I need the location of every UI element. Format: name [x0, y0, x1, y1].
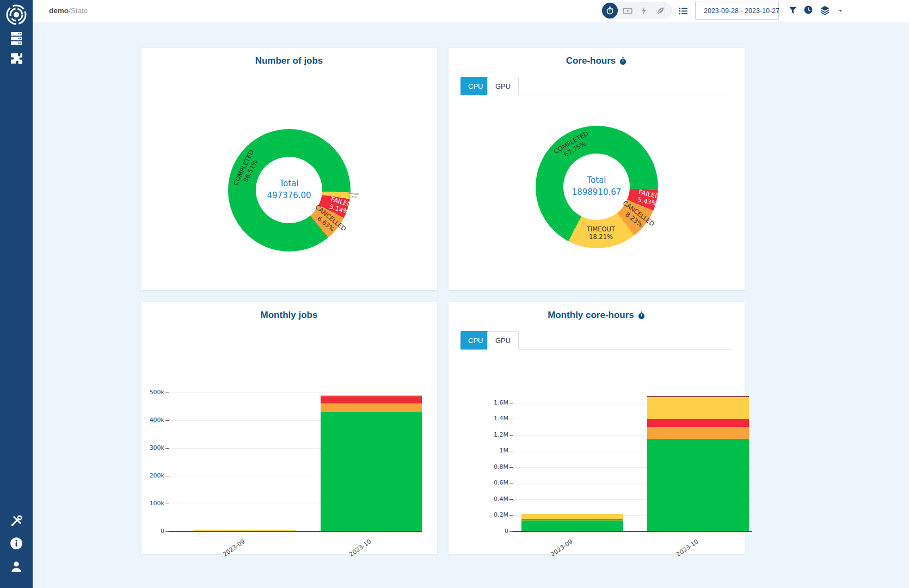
- y-tick-label: 0.2M: [481, 511, 508, 518]
- y-tick-label: 0.8M: [481, 463, 508, 470]
- sidebar-item-about[interactable]: [0, 536, 33, 550]
- puzzle-icon: [10, 52, 23, 66]
- layers-button[interactable]: [820, 5, 830, 15]
- filter-button[interactable]: [788, 5, 797, 15]
- y-tick-label: 500k: [137, 389, 164, 396]
- lightning-icon: [640, 7, 648, 15]
- y-tick: [509, 451, 513, 451]
- core-hours-tabs: CPU GPU: [460, 77, 732, 95]
- y-tick: [509, 483, 513, 483]
- x-axis-line: [513, 531, 752, 532]
- bar-segment-failed: [321, 396, 422, 403]
- bar-segment-timeout: [647, 397, 749, 419]
- tools-icon: [9, 514, 23, 528]
- date-range-value: 2023-09-28 - 2023-10-27: [704, 7, 779, 15]
- plot-area: 0100k200k300k400k500k2023-092023-10: [169, 393, 422, 531]
- y-tick-label: 400k: [137, 416, 164, 424]
- sidebar-item-servers[interactable]: [0, 32, 33, 46]
- app-logo[interactable]: [0, 3, 33, 27]
- bar-segment-completed: [521, 520, 623, 531]
- y-tick-label: 1.6M: [481, 399, 508, 406]
- more-menu-button[interactable]: [837, 8, 844, 14]
- sidebar-item-plugins[interactable]: [0, 52, 33, 66]
- y-tick: [165, 504, 169, 504]
- query-list-button[interactable]: [678, 5, 689, 16]
- stopwatch-icon: [619, 57, 627, 65]
- gridline: [169, 393, 422, 393]
- y-tick: [509, 499, 513, 500]
- stopwatch-toggle[interactable]: [602, 3, 618, 19]
- x-tick-label: 2023-10: [306, 538, 372, 587]
- tab-cpu[interactable]: CPU: [460, 331, 490, 350]
- core-hours-pie-card: Core-hours CPU GPU Total 1898910.67 COMP…: [449, 48, 745, 290]
- breadcrumb-page: State: [71, 7, 88, 15]
- bar-segment-completed: [647, 439, 749, 531]
- bar-segment-timeout: [321, 395, 422, 396]
- monthly-jobs-title: Monthly jobs: [141, 310, 437, 321]
- monthly-jobs-card: Monthly jobs 0100k200k300k400k500k2023-0…: [141, 302, 437, 554]
- monthly-core-hours-card: Monthly core-hours CPU GPU 00.2M0.4M0.6M…: [449, 302, 745, 554]
- x-tick-label: 2023-09: [180, 538, 246, 587]
- date-range-picker[interactable]: 2023-09-28 - 2023-10-27: [695, 2, 779, 20]
- caret-down-icon: [837, 8, 844, 14]
- y-tick: [509, 419, 513, 419]
- y-tick-label: 200k: [137, 472, 164, 479]
- info-icon: [9, 536, 23, 550]
- y-tick-label: 0.6M: [481, 479, 508, 486]
- topbar-divider: [665, 3, 665, 19]
- plot-area: 00.2M0.4M0.6M0.8M1M1.2M1.4M1.6M2023-0920…: [513, 395, 752, 531]
- y-tick-label: 1.4M: [481, 415, 508, 422]
- leaf-icon: [656, 6, 665, 15]
- cost-toggle[interactable]: [621, 4, 634, 17]
- x-axis-line: [169, 531, 422, 532]
- clock-icon: [803, 5, 813, 15]
- bar-segment-failed: [521, 519, 623, 520]
- monthly-core-hours-title: Monthly core-hours: [449, 310, 745, 321]
- history-button[interactable]: [803, 5, 813, 15]
- sidebar-item-settings[interactable]: [0, 514, 33, 528]
- y-tick: [509, 467, 513, 468]
- y-tick-label: 0: [137, 528, 164, 535]
- stopwatch-icon: [606, 7, 614, 15]
- jobs-donut-total: Total 497376.00: [245, 178, 333, 202]
- monthly-core-hours-tabs: CPU GPU: [460, 331, 732, 350]
- list-icon: [678, 5, 689, 16]
- bar-segment-cancelled: [647, 427, 749, 439]
- bar-segment-completed: [321, 412, 422, 531]
- y-tick-label: 1M: [481, 447, 508, 454]
- sidebar-item-account[interactable]: [0, 560, 33, 574]
- layers-icon: [820, 5, 830, 15]
- slice-label-timeout: TIMEOUT18.21%: [587, 225, 615, 241]
- topbar: demo/State: [33, 0, 909, 22]
- tab-gpu[interactable]: GPU: [487, 77, 519, 95]
- app-logo: [4, 3, 28, 27]
- bar-segment-failed: [647, 419, 749, 426]
- breadcrumb[interactable]: demo/State: [49, 7, 88, 15]
- y-tick-label: 100k: [137, 500, 164, 507]
- dashboard-screen: demo/State: [0, 0, 909, 588]
- core-hours-donut-total: Total 1898910.67: [553, 175, 640, 199]
- y-tick-label: 1.2M: [481, 431, 508, 438]
- filter-icon: [788, 5, 797, 15]
- tab-cpu[interactable]: CPU: [460, 77, 490, 95]
- banknote-icon: [623, 6, 632, 16]
- servers-icon: [10, 32, 23, 46]
- y-tick: [165, 420, 169, 421]
- stopwatch-icon: [637, 311, 646, 320]
- energy-toggle[interactable]: [637, 4, 650, 17]
- jobs-pie-title: Number of jobs: [141, 56, 437, 66]
- y-tick: [509, 403, 513, 403]
- user-icon: [9, 560, 23, 574]
- y-tick-label: 0.4M: [481, 495, 508, 503]
- tab-gpu[interactable]: GPU: [487, 331, 519, 350]
- bar-segment-timeout: [521, 514, 623, 519]
- breadcrumb-project[interactable]: demo: [49, 7, 69, 15]
- sidebar: [0, 0, 33, 588]
- y-tick: [509, 515, 513, 516]
- y-tick-label: 0: [481, 528, 508, 535]
- metric-toggle-group: [601, 2, 672, 19]
- bar-segment-cancelled: [521, 520, 623, 520]
- x-tick-label: 2023-09: [507, 538, 574, 587]
- y-tick: [165, 393, 169, 393]
- y-tick: [165, 448, 169, 449]
